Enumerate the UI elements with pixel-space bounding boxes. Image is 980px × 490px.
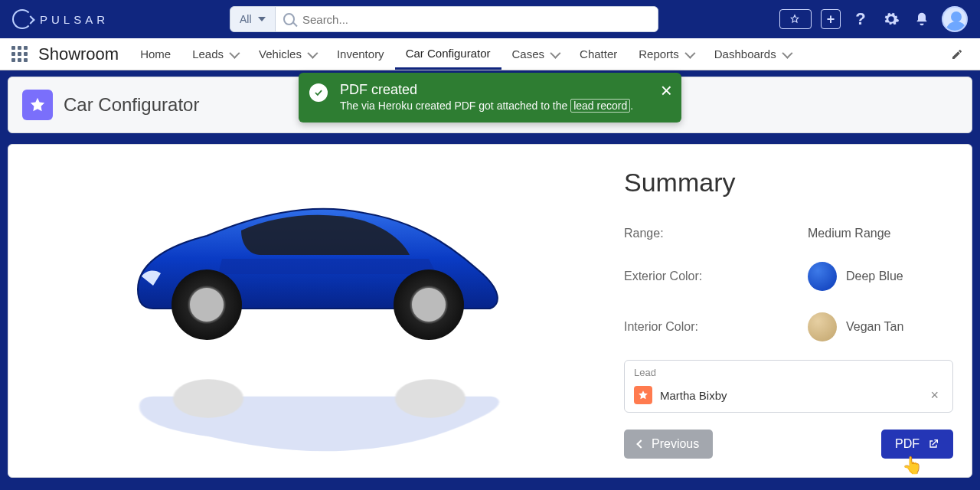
nav-item-dashboards[interactable]: Dashboards xyxy=(704,38,801,70)
chevron-down-icon xyxy=(550,47,560,58)
lead-selected: Martha Bixby × xyxy=(629,383,948,407)
nav-label: Dashboards xyxy=(714,47,776,60)
toast-body-prefix: The via Heroku created PDF got attached … xyxy=(340,100,570,112)
nav-label: Inventory xyxy=(337,47,384,60)
star-icon xyxy=(29,96,46,113)
spec-value: Deep Blue xyxy=(846,270,903,283)
svg-point-5 xyxy=(395,379,466,418)
color-swatch-interior xyxy=(808,312,837,341)
logo-icon xyxy=(12,9,32,29)
nav-label: Home xyxy=(140,47,171,60)
lead-name: Martha Bixby xyxy=(660,389,918,402)
user-avatar[interactable] xyxy=(942,6,968,32)
help-button[interactable]: ? xyxy=(850,8,871,30)
pdf-button[interactable]: PDF xyxy=(881,430,953,459)
check-circle-icon xyxy=(309,83,328,102)
global-search: All xyxy=(230,6,658,32)
nav-label: Vehicles xyxy=(259,47,302,60)
car-image xyxy=(107,186,521,347)
search-scope-dropdown[interactable]: All xyxy=(230,7,276,31)
star-icon xyxy=(789,14,800,24)
nav-item-car-configurator[interactable]: Car Configurator xyxy=(395,38,501,70)
toast-title: PDF created xyxy=(340,82,645,98)
toast-success: PDF created The via Heroku created PDF g… xyxy=(299,73,681,122)
pencil-icon xyxy=(951,48,963,60)
svg-point-1 xyxy=(190,288,224,322)
header-actions: + ? xyxy=(779,6,968,32)
spec-label: Range: xyxy=(624,227,808,240)
search-field xyxy=(276,7,658,31)
nav-item-cases[interactable]: Cases xyxy=(501,38,570,70)
settings-button[interactable] xyxy=(880,8,902,30)
search-scope-label: All xyxy=(240,13,252,25)
nav-item-chatter[interactable]: Chatter xyxy=(569,38,628,70)
toast-link[interactable]: lead record xyxy=(570,99,630,113)
button-row: Previous PDF 👆 xyxy=(624,430,953,459)
page-header: Car Configurator PDF created The via Her… xyxy=(8,77,972,133)
add-button[interactable]: + xyxy=(821,9,841,29)
summary-title: Summary xyxy=(624,168,953,198)
nav-label: Chatter xyxy=(580,47,617,60)
search-input[interactable] xyxy=(302,13,650,26)
nav-label: Reports xyxy=(639,47,679,60)
toast-body-suffix: . xyxy=(630,100,633,112)
lead-icon xyxy=(634,386,652,404)
content-panel: Summary Range: Medium Range Exterior Col… xyxy=(8,144,972,478)
nav-item-vehicles[interactable]: Vehicles xyxy=(248,38,326,70)
lead-clear-button[interactable]: × xyxy=(926,387,943,403)
spec-exterior: Exterior Color: Deep Blue xyxy=(624,251,953,302)
brand-name: PULSAR xyxy=(40,13,109,26)
svg-point-4 xyxy=(173,379,243,418)
lead-lookup[interactable]: Lead Martha Bixby × xyxy=(624,360,953,413)
color-swatch-exterior xyxy=(808,262,837,291)
car-preview xyxy=(27,163,601,459)
chevron-left-icon xyxy=(636,439,645,448)
page-header-icon xyxy=(22,90,53,120)
toast-close-button[interactable]: × xyxy=(661,80,672,100)
favorites-button[interactable] xyxy=(779,9,812,29)
chevron-down-icon xyxy=(258,17,266,21)
bell-icon xyxy=(914,11,929,27)
export-icon xyxy=(927,438,939,450)
summary-panel: Summary Range: Medium Range Exterior Col… xyxy=(624,163,953,459)
chevron-down-icon xyxy=(307,47,318,58)
brand-logo[interactable]: PULSAR xyxy=(12,9,109,29)
waffle-icon xyxy=(11,46,28,62)
spec-value: Vegan Tan xyxy=(846,320,903,334)
nav-bar: Showroom Home Leads Vehicles Inventory C… xyxy=(0,38,980,70)
nav-item-reports[interactable]: Reports xyxy=(628,38,704,70)
spec-interior: Interior Color: Vegan Tan xyxy=(624,302,953,352)
nav-label: Cases xyxy=(512,47,545,60)
spec-label: Interior Color: xyxy=(624,320,808,334)
nav-edit-button[interactable] xyxy=(942,38,972,70)
svg-point-3 xyxy=(412,288,446,322)
search-icon xyxy=(283,13,295,25)
previous-button[interactable]: Previous xyxy=(624,430,713,459)
spec-range: Range: Medium Range xyxy=(624,216,953,251)
page-title: Car Configurator xyxy=(64,94,199,116)
spec-label: Exterior Color: xyxy=(624,270,808,283)
notifications-button[interactable] xyxy=(911,8,933,30)
app-name: Showroom xyxy=(31,38,129,70)
nav-item-leads[interactable]: Leads xyxy=(181,38,248,70)
car-reflection xyxy=(109,375,522,464)
button-label: Previous xyxy=(652,437,699,451)
global-header: PULSAR All + ? xyxy=(0,0,980,38)
toast-body: The via Heroku created PDF got attached … xyxy=(340,100,645,112)
nav-label: Leads xyxy=(192,47,224,60)
chevron-down-icon xyxy=(229,47,240,58)
app-launcher-button[interactable] xyxy=(8,38,31,70)
button-label: PDF xyxy=(895,437,920,451)
nav-item-inventory[interactable]: Inventory xyxy=(326,38,395,70)
chevron-down-icon xyxy=(684,47,695,58)
chevron-down-icon xyxy=(782,47,792,58)
lead-label: Lead xyxy=(629,365,948,383)
gear-icon xyxy=(883,11,900,28)
spec-value: Medium Range xyxy=(808,227,891,240)
nav-label: Car Configurator xyxy=(406,47,491,60)
nav-item-home[interactable]: Home xyxy=(129,38,181,70)
